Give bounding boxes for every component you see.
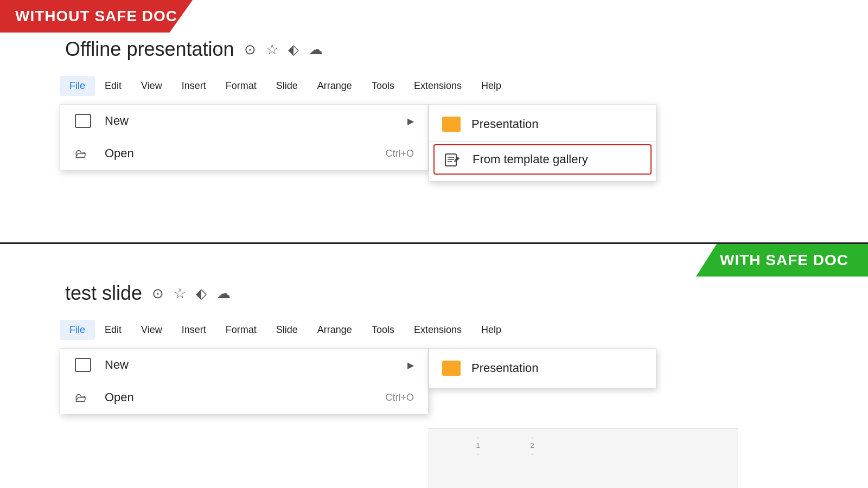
ruler-mark-2: · 2 · [505,433,559,458]
open-shortcut-top: Ctrl+O [385,148,414,159]
new-submenu-bottom: Presentation [429,348,656,388]
top-section: WITHOUT SAFE DOC Offline presentation ⊙ … [0,0,868,244]
from-template-label-top: From template gallery [473,152,588,166]
presentation-item-top[interactable]: Presentation [429,109,656,139]
without-safe-doc-badge: WITHOUT SAFE DOC [0,0,193,33]
cloud-icon-top[interactable]: ☁ [309,41,323,58]
menu-insert-top[interactable]: Insert [172,76,216,96]
menu-arrange-top[interactable]: Arrange [308,76,362,96]
menu-tools-top[interactable]: Tools [362,76,404,96]
menu-extensions-bottom[interactable]: Extensions [404,320,471,340]
new-square-icon-bottom [75,358,91,372]
open-label-top: Open [105,146,134,160]
cloud-icon-bottom[interactable]: ☁ [216,285,231,302]
folder-icon-top: 🗁 [75,147,91,160]
bottom-section: WITH SAFE DOC test slide ⊙ ☆ ⬖ ☁ File Ed… [0,244,868,488]
open-item-top[interactable]: 🗁 Open Ctrl+O [60,137,428,170]
protect-icon-top[interactable]: ⊙ [244,41,256,58]
presentation-label-bottom: Presentation [471,361,539,375]
open-item-bottom[interactable]: 🗁 Open Ctrl+O [60,381,428,414]
presentation-item-bottom[interactable]: Presentation [429,353,656,383]
new-square-icon-top [75,114,91,128]
open-label-bottom: Open [105,390,134,404]
new-submenu-top: Presentation From template gallery [429,104,656,182]
ruler-mark-1: · 1 · [451,433,505,458]
menu-view-bottom[interactable]: View [131,320,172,340]
menu-format-top[interactable]: Format [216,76,266,96]
menu-help-top[interactable]: Help [471,76,511,96]
app-title-top: Offline presentation ⊙ ☆ ⬖ ☁ [65,38,323,61]
new-icon-top [74,112,92,130]
folder-icon-bottom: 🗁 [75,391,91,404]
template-icon-top [443,152,462,167]
menu-edit-top[interactable]: Edit [95,76,131,96]
ruler-marks: · 1 · · 2 · [429,429,738,458]
new-item-bottom[interactable]: New ▶ [60,349,428,381]
menu-edit-bottom[interactable]: Edit [95,320,131,340]
move-icon-top[interactable]: ⬖ [288,41,299,58]
menu-tools-bottom[interactable]: Tools [362,320,404,340]
app-title-text-bottom: test slide [65,282,142,305]
app-title-bottom: test slide ⊙ ☆ ⬖ ☁ [65,282,231,305]
new-label-bottom: New [105,358,129,372]
ruler-number-2: 2 [530,441,534,450]
menu-bar-top: File Edit View Insert Format Slide Arran… [60,76,511,96]
menu-view-top[interactable]: View [131,76,172,96]
from-template-item-top[interactable]: From template gallery [433,144,652,175]
menu-file-top[interactable]: File [60,76,95,96]
submenu-divider-top [429,142,656,142]
menu-format-bottom[interactable]: Format [216,320,266,340]
ruler-number-1: 1 [476,441,480,450]
menu-extensions-top[interactable]: Extensions [404,76,471,96]
menu-insert-bottom[interactable]: Insert [172,320,216,340]
menu-arrange-bottom[interactable]: Arrange [308,320,362,340]
menu-help-bottom[interactable]: Help [471,320,511,340]
file-dropdown-top: New ▶ 🗁 Open Ctrl+O [60,104,429,170]
move-icon-bottom[interactable]: ⬖ [196,285,207,302]
menu-slide-bottom[interactable]: Slide [266,320,308,340]
open-shortcut-bottom: Ctrl+O [385,392,414,403]
app-title-text-top: Offline presentation [65,38,234,61]
protect-icon-bottom[interactable]: ⊙ [152,285,164,302]
menu-file-bottom[interactable]: File [60,320,95,340]
open-icon-top: 🗁 [74,145,92,162]
presentation-icon-bottom [442,361,461,376]
menu-bar-bottom: File Edit View Insert Format Slide Arran… [60,320,511,340]
ruler-area-bottom: · 1 · · 2 · [429,428,738,488]
new-arrow-top: ▶ [407,116,414,126]
file-dropdown-bottom: New ▶ 🗁 Open Ctrl+O [60,348,429,414]
presentation-icon-top [442,117,461,132]
star-icon-top[interactable]: ☆ [266,41,278,58]
open-icon-bottom: 🗁 [74,389,92,406]
new-icon-bottom [74,356,92,374]
new-item-top[interactable]: New ▶ [60,105,428,137]
with-safe-doc-badge: WITH SAFE DOC [696,244,868,277]
menu-slide-top[interactable]: Slide [266,76,308,96]
new-label-top: New [105,114,129,128]
presentation-label-top: Presentation [471,117,539,131]
star-icon-bottom[interactable]: ☆ [174,285,186,302]
new-arrow-bottom: ▶ [407,360,414,370]
